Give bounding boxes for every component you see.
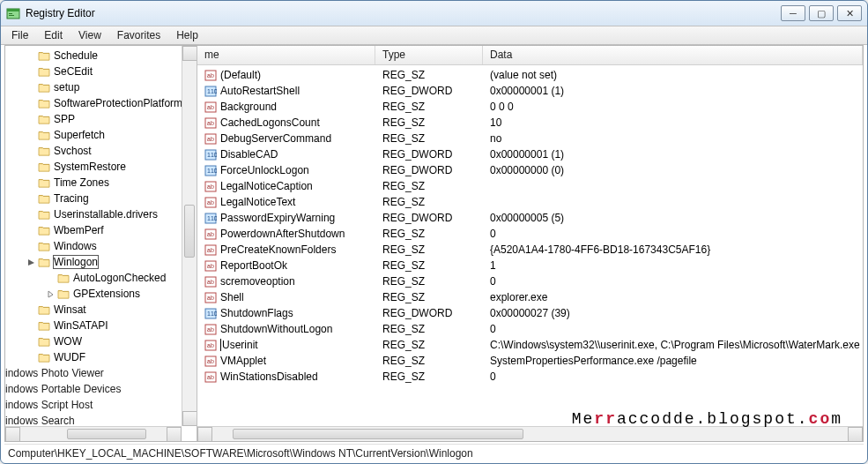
scroll-right-button[interactable]: [167, 427, 182, 441]
value-row[interactable]: 110DisableCADREG_DWORD0x00000001 (1): [197, 146, 863, 162]
tree-item[interactable]: Winsat: [5, 302, 197, 318]
value-name: abLegalNoticeText: [197, 196, 375, 208]
value-row[interactable]: abLegalNoticeTextREG_SZ: [197, 194, 863, 210]
tree-item-label: indows Script Host: [5, 399, 93, 411]
value-name: 110DisableCAD: [197, 148, 375, 161]
tree-item[interactable]: WbemPerf: [5, 222, 197, 238]
value-name: abLegalNoticeCaption: [197, 180, 375, 192]
close-button[interactable]: ✕: [837, 5, 862, 21]
column-header-data[interactable]: Data: [483, 46, 863, 64]
value-row[interactable]: abShutdownWithoutLogonREG_SZ0: [197, 321, 863, 337]
value-list[interactable]: me Type Data ab(Default)REG_SZ(value not…: [197, 46, 863, 441]
value-name: abDebugServerCommand: [197, 132, 375, 145]
tree-item[interactable]: Schedule: [5, 48, 197, 64]
scroll-thumb-vertical[interactable]: [184, 205, 195, 258]
tree-item[interactable]: indows Script Host: [5, 397, 197, 413]
titlebar[interactable]: Registry Editor ─ ▢ ✕: [1, 1, 867, 26]
tree-item-label: WUDF: [54, 351, 85, 363]
menu-view[interactable]: View: [71, 27, 108, 43]
value-type: REG_SZ: [375, 69, 483, 81]
svg-text:110: 110: [207, 311, 217, 317]
svg-text:ab: ab: [207, 199, 214, 206]
value-row[interactable]: abDebugServerCommandREG_SZno: [197, 131, 863, 146]
value-type: REG_SZ: [375, 323, 483, 335]
tree-item-label: Userinstallable.drivers: [54, 208, 158, 221]
tree-item[interactable]: Superfetch: [5, 127, 197, 143]
tree-item[interactable]: WOW: [5, 333, 197, 349]
scroll-up-button[interactable]: [182, 46, 197, 61]
tree-item[interactable]: Windows: [5, 238, 197, 254]
tree-item[interactable]: WUDF: [5, 349, 197, 365]
value-type: REG_SZ: [375, 259, 483, 272]
column-header-type[interactable]: Type: [375, 46, 483, 64]
value-data: {A520A1A4-1780-4FF6-BD18-167343C5AF16}: [483, 243, 863, 256]
value-data: 0: [483, 275, 863, 288]
value-row[interactable]: abWinStationsDisabledREG_SZ0: [197, 369, 863, 385]
tree-item[interactable]: GPExtensions: [5, 286, 197, 302]
tree-item-label: AutoLogonChecked: [73, 272, 166, 284]
value-data: 0x00000027 (39): [483, 307, 863, 319]
menu-help[interactable]: Help: [169, 27, 205, 43]
svg-text:110: 110: [207, 215, 217, 221]
value-row[interactable]: abLegalNoticeCaptionREG_SZ: [197, 178, 863, 194]
tree-item[interactable]: SeCEdit: [5, 64, 197, 79]
tree-item[interactable]: SPP: [5, 111, 197, 127]
value-name: abCachedLogonsCount: [197, 116, 375, 129]
tree-item[interactable]: indows Portable Devices: [5, 381, 197, 397]
menu-favorites[interactable]: Favorites: [110, 27, 167, 43]
value-row[interactable]: abPowerdownAfterShutdownREG_SZ0: [197, 226, 863, 242]
value-type: REG_SZ: [375, 101, 483, 113]
value-row[interactable]: abCachedLogonsCountREG_SZ10: [197, 115, 863, 131]
value-row[interactable]: abShellREG_SZexplorer.exe: [197, 289, 863, 305]
value-name: abShutdownWithoutLogon: [197, 323, 375, 335]
scroll-right-button[interactable]: [848, 427, 863, 441]
value-row[interactable]: 110ForceUnlockLogonREG_DWORD0x00000000 (…: [197, 162, 863, 178]
scroll-left-button[interactable]: [197, 427, 212, 441]
tree-item[interactable]: indows Photo Viewer: [5, 365, 197, 381]
svg-rect-1: [7, 9, 19, 11]
tree-item[interactable]: SoftwareProtectionPlatform: [5, 95, 197, 111]
value-type: REG_SZ: [375, 370, 483, 383]
value-row[interactable]: abUserinitREG_SZC:\Windows\system32\\use…: [197, 337, 863, 353]
registry-tree[interactable]: ScheduleSeCEditsetupSoftwareProtectionPl…: [5, 46, 197, 441]
svg-text:110: 110: [207, 88, 217, 94]
tree-item[interactable]: Tracing: [5, 191, 197, 206]
value-row[interactable]: 110ShutdownFlagsREG_DWORD0x00000027 (39): [197, 305, 863, 321]
column-header-name[interactable]: me: [197, 46, 375, 64]
tree-item[interactable]: setup: [5, 79, 197, 95]
regedit-icon: [6, 6, 20, 20]
maximize-button[interactable]: ▢: [809, 5, 834, 21]
scroll-down-button[interactable]: [182, 411, 197, 426]
scroll-thumb-horizontal[interactable]: [233, 429, 523, 439]
value-type: REG_DWORD: [375, 85, 483, 97]
menu-edit[interactable]: Edit: [37, 27, 70, 43]
tree-item-label: SPP: [54, 113, 75, 125]
tree-item[interactable]: WinSATAPI: [5, 318, 197, 333]
tree-item[interactable]: AutoLogonChecked: [5, 270, 197, 286]
tree-item[interactable]: Time Zones: [5, 175, 197, 191]
value-data: 0: [483, 228, 863, 240]
value-data: (value not set): [483, 69, 863, 81]
value-row[interactable]: abReportBootOkREG_SZ1: [197, 258, 863, 273]
value-row[interactable]: 110PasswordExpiryWarningREG_DWORD0x00000…: [197, 210, 863, 226]
tree-item[interactable]: Userinstallable.drivers: [5, 206, 197, 222]
tree-scrollbar-vertical[interactable]: [182, 46, 197, 426]
scroll-left-button[interactable]: [5, 427, 20, 441]
value-row[interactable]: abBackgroundREG_SZ0 0 0: [197, 99, 863, 115]
value-row[interactable]: abPreCreateKnownFoldersREG_SZ{A520A1A4-1…: [197, 242, 863, 258]
list-scrollbar-horizontal[interactable]: [197, 426, 863, 441]
tree-item[interactable]: SystemRestore: [5, 159, 197, 175]
menu-file[interactable]: File: [4, 27, 35, 43]
scroll-thumb-horizontal[interactable]: [67, 429, 146, 439]
tree-item-label: SeCEdit: [54, 65, 93, 78]
tree-item[interactable]: Svchost: [5, 143, 197, 159]
tree-item[interactable]: Winlogon: [5, 254, 197, 270]
tree-item-label: indows Search: [5, 415, 75, 427]
value-row[interactable]: abVMAppletREG_SZSystemPropertiesPerforma…: [197, 353, 863, 369]
value-row[interactable]: abscremoveoptionREG_SZ0: [197, 273, 863, 289]
minimize-button[interactable]: ─: [781, 5, 805, 21]
value-row[interactable]: ab(Default)REG_SZ(value not set): [197, 67, 863, 83]
value-row[interactable]: 110AutoRestartShellREG_DWORD0x00000001 (…: [197, 83, 863, 99]
tree-scrollbar-horizontal[interactable]: [5, 426, 182, 441]
value-name: abShell: [197, 291, 375, 303]
